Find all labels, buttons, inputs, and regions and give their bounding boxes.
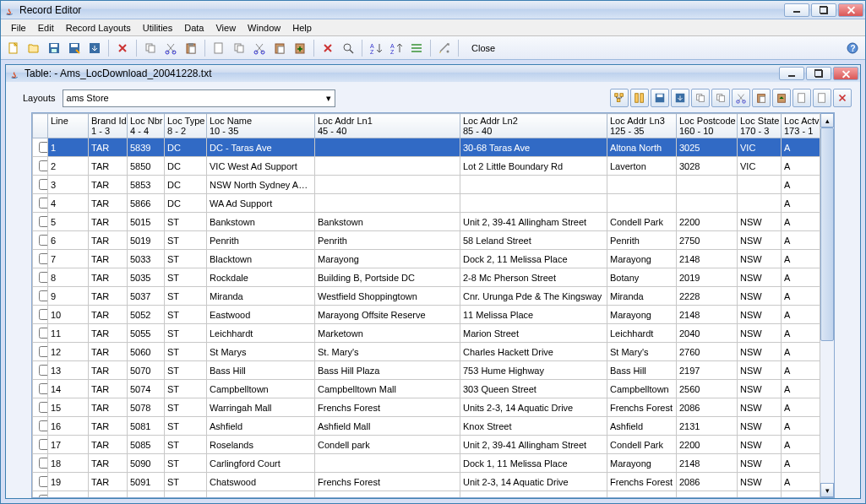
row-checkbox[interactable]: [39, 235, 48, 246]
table-row[interactable]: 1TAR5839DCDC - Taras Ave30-68 Taras AveA…: [33, 138, 820, 157]
cell-actv[interactable]: A: [782, 194, 820, 213]
cell-locType[interactable]: ST: [165, 417, 207, 436]
cell-brandId[interactable]: TAR: [89, 176, 128, 194]
cell-locAddr3[interactable]: Leichhardt: [607, 324, 677, 343]
find-icon[interactable]: [339, 39, 357, 57]
table-row[interactable]: 16TAR5081STAshfieldAshfield MallKnox Str…: [33, 417, 820, 436]
cell-locAddr1[interactable]: Marayong Offsite Reserve: [315, 306, 460, 324]
cell-line[interactable]: 8: [48, 268, 89, 287]
cell-locName[interactable]: Ashfield: [207, 417, 315, 436]
cell-locAddr2[interactable]: Lot 2 Little Boundary Rd: [460, 157, 607, 176]
cell-locType[interactable]: ST: [165, 268, 207, 287]
cell-locName[interactable]: Bankstown: [207, 213, 315, 231]
row-checkbox[interactable]: [39, 160, 48, 171]
sub-copy2-icon[interactable]: [711, 89, 730, 107]
cell-locName[interactable]: Leichhardt: [207, 324, 315, 343]
save-icon[interactable]: [45, 39, 63, 57]
sort-asc-icon[interactable]: AZ: [367, 39, 385, 57]
restore-button[interactable]: [811, 3, 836, 17]
cell-state[interactable]: NSW: [738, 491, 782, 498]
cell-locName[interactable]: Blacktown: [207, 250, 315, 268]
cell-locAddr2[interactable]: [460, 176, 607, 194]
cell-line[interactable]: 4: [48, 194, 89, 213]
paste-doc-icon[interactable]: [270, 39, 289, 57]
menu-edit[interactable]: Edit: [33, 21, 59, 35]
cell-state[interactable]: NSW: [738, 231, 782, 250]
cell-locName[interactable]: Roselands: [207, 436, 315, 454]
sort-desc-icon[interactable]: AZ: [387, 39, 406, 57]
cell-line[interactable]: 17: [48, 436, 89, 454]
filter-icon[interactable]: [407, 39, 426, 57]
row-checkbox[interactable]: [39, 290, 48, 301]
cell-brandId[interactable]: TAR: [89, 436, 128, 454]
cell-locType[interactable]: ST: [165, 454, 207, 473]
cell-brandId[interactable]: TAR: [89, 491, 128, 498]
export-icon[interactable]: [85, 39, 104, 57]
cell-locType[interactable]: ST: [165, 324, 207, 343]
cell-locName[interactable]: Miranda: [207, 287, 315, 306]
table-row[interactable]: 4TAR5866DCWA Ad SupportA: [33, 194, 820, 213]
column-header[interactable]: Line: [48, 114, 89, 138]
sub-export-icon[interactable]: [671, 89, 689, 107]
cut-doc-icon[interactable]: [250, 39, 269, 57]
cell-locType[interactable]: ST: [165, 306, 207, 324]
cell-actv[interactable]: A: [782, 398, 820, 417]
cell-locAddr2[interactable]: Charles Hackett Drive: [460, 343, 607, 361]
row-checkbox[interactable]: [39, 198, 48, 209]
paste-icon[interactable]: [182, 39, 200, 57]
cell-locNbr[interactable]: 5055: [128, 324, 165, 343]
cell-locAddr2[interactable]: Knox Street: [460, 417, 607, 436]
cell-locName[interactable]: Chatswood: [207, 473, 315, 491]
menu-record-layouts[interactable]: Record Layouts: [61, 21, 136, 35]
cell-postcode[interactable]: 2170: [677, 491, 738, 498]
cell-postcode[interactable]: 2019: [677, 268, 738, 287]
sub-cut-icon[interactable]: [732, 89, 750, 107]
cell-locAddr3[interactable]: St Mary's: [607, 343, 677, 361]
cell-postcode[interactable]: 2200: [677, 436, 738, 454]
table-row[interactable]: 7TAR5033STBlacktownMarayongDock 2, 11 Me…: [33, 250, 820, 268]
sub-save-icon[interactable]: [651, 89, 669, 107]
sub-paste-before-icon[interactable]: [772, 89, 791, 107]
cell-actv[interactable]: A: [782, 417, 820, 436]
cell-line[interactable]: 12: [48, 343, 89, 361]
cell-actv[interactable]: A: [782, 361, 820, 380]
row-checkbox[interactable]: [39, 309, 48, 320]
copy-doc-icon[interactable]: [230, 39, 248, 57]
cell-locName[interactable]: Campbelltown: [207, 380, 315, 398]
table-row[interactable]: 14TAR5074STCampbelltownCampbelltown Mall…: [33, 380, 820, 398]
cell-actv[interactable]: A: [782, 324, 820, 343]
cell-postcode[interactable]: 3028: [677, 157, 738, 176]
cell-locNbr[interactable]: 5081: [128, 417, 165, 436]
cell-locAddr2[interactable]: Dock 2, 11 Melissa Place: [460, 250, 607, 268]
cell-actv[interactable]: A: [782, 454, 820, 473]
row-checkbox[interactable]: [39, 495, 48, 497]
cell-locAddr1[interactable]: [315, 157, 460, 176]
row-checkbox[interactable]: [39, 216, 48, 227]
row-checkbox[interactable]: [39, 346, 48, 357]
cell-locAddr2[interactable]: Northumberland Street: [460, 491, 607, 498]
cell-locType[interactable]: DC: [165, 157, 207, 176]
scroll-thumb[interactable]: [820, 127, 834, 341]
cell-state[interactable]: NSW: [738, 250, 782, 268]
cell-postcode[interactable]: 2040: [677, 324, 738, 343]
cell-brandId[interactable]: TAR: [89, 380, 128, 398]
cell-line[interactable]: 15: [48, 398, 89, 417]
cell-locAddr2[interactable]: Dock 1, 11 Melissa Place: [460, 454, 607, 473]
cell-locAddr1[interactable]: [315, 194, 460, 213]
cell-locNbr[interactable]: 5090: [128, 454, 165, 473]
cell-locAddr3[interactable]: Marayong: [607, 306, 677, 324]
cell-locNbr[interactable]: 5839: [128, 138, 165, 157]
row-checkbox[interactable]: [39, 179, 48, 190]
column-header[interactable]: Loc State170 - 3: [738, 114, 782, 138]
table-row[interactable]: 5TAR5015STBankstownBankstownUnit 2, 39-4…: [33, 213, 820, 231]
cell-brandId[interactable]: TAR: [89, 398, 128, 417]
sub-delete-icon[interactable]: [833, 89, 852, 107]
cell-actv[interactable]: A: [782, 176, 820, 194]
cell-locAddr1[interactable]: Marayong: [315, 250, 460, 268]
column-header[interactable]: Loc Addr Ln145 - 40: [315, 114, 460, 138]
cell-brandId[interactable]: TAR: [89, 361, 128, 380]
cell-locAddr3[interactable]: Bass Hill: [607, 361, 677, 380]
cell-locAddr2[interactable]: Cnr. Urunga Pde & The Kingsway: [460, 287, 607, 306]
cell-locName[interactable]: Warringah Mall: [207, 398, 315, 417]
table-row[interactable]: 6TAR5019STPenrithPenrith58 Leland Street…: [33, 231, 820, 250]
